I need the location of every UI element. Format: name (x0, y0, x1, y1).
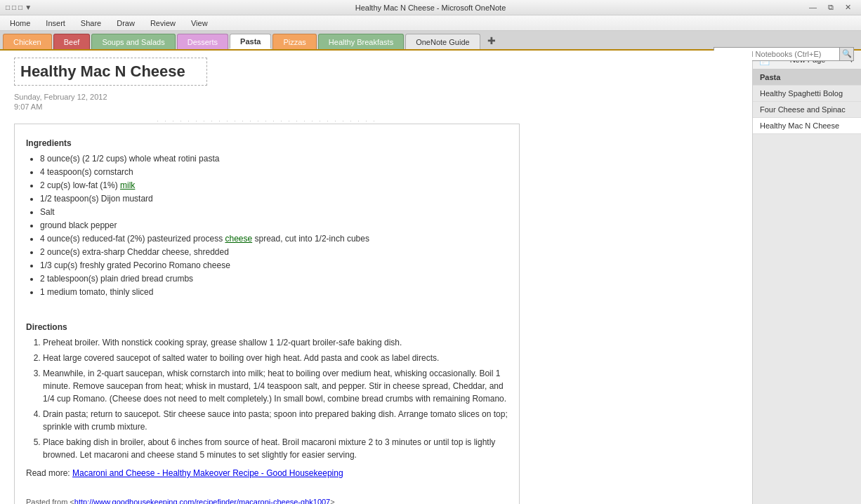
tab-beef[interactable]: Beef (53, 34, 91, 49)
direction-5: Place baking dish in broiler, about 6 in… (43, 436, 508, 461)
qat-icon-1[interactable]: □ (6, 4, 10, 11)
ingredient-6: ground black pepper (40, 219, 508, 232)
ingredient-5: Salt (40, 206, 508, 218)
directions-title: Directions (26, 321, 508, 333)
direction-4: Drain pasta; return to saucepot. Stir ch… (43, 408, 508, 433)
tab-pasta[interactable]: Pasta (230, 34, 271, 49)
note-resize-handle[interactable]: · · · · · · · · · · · · · · · · · · · · … (14, 118, 520, 124)
sidebar-page-healthy-spaghetti[interactable]: Healthy Spaghetti Bolog (753, 86, 861, 102)
sidebar-page-four-cheese[interactable]: Four Cheese and Spinac (753, 102, 861, 118)
ingredient-11: 1 medium tomato, thinly sliced (40, 286, 508, 298)
read-more-prefix: Read more: (26, 468, 72, 478)
ingredient-7: 4 ounce(s) reduced-fat (2%) pasteurized … (40, 232, 508, 245)
minimize-button[interactable]: — (805, 3, 821, 12)
tab-desserts[interactable]: Desserts (177, 34, 228, 49)
page-title: Healthy Mac N Cheese (20, 62, 185, 81)
tab-healthy-breakfasts[interactable]: Healthy Breakfasts (318, 34, 404, 49)
quick-access-toolbar: □ □ □ ▼ (6, 4, 32, 11)
qat-icon-2[interactable]: □ (12, 4, 16, 11)
pasted-from-link[interactable]: http://www.goodhousekeeping.com/recipefi… (74, 498, 330, 504)
ingredient-10: 2 tablespoon(s) plain dried bread crumbs (40, 272, 508, 285)
menu-insert[interactable]: Insert (39, 17, 72, 29)
ingredient-8: 2 ounce(s) extra-sharp Cheddar cheese, s… (40, 246, 508, 258)
read-more-link[interactable]: Macaroni and Cheese - Healthy Makeover R… (72, 468, 343, 478)
tab-soups-salads[interactable]: Soups and Salads (91, 34, 175, 49)
sidebar-section-pasta: Pasta (753, 69, 861, 86)
ingredient-4: 1/2 teaspoon(s) Dijon mustard (40, 192, 508, 205)
window-title: Healthy Mac N Cheese - Microsoft OneNote (355, 4, 506, 12)
direction-1: Preheat broiler. With nonstick cooking s… (43, 336, 508, 349)
main-layout: Healthy Mac N Cheese Sunday, February 12… (0, 51, 861, 504)
ingredient-3: 2 cup(s) low-fat (1%) milk (40, 179, 508, 192)
qat-icon-3[interactable]: □ (18, 4, 22, 11)
ingredient-2: 4 teaspoon(s) cornstarch (40, 166, 508, 178)
page-date: Sunday, February 12, 2012 (14, 93, 738, 101)
direction-2: Heat large covered saucepot of salted wa… (43, 352, 508, 364)
page-title-box: Healthy Mac N Cheese (14, 58, 207, 86)
tab-pizzas[interactable]: Pizzas (272, 34, 316, 49)
window-controls: — ⧉ ✕ (805, 3, 855, 12)
resize-dots: · · · · · · · · · · · · · · · · · · · · … (157, 117, 377, 124)
right-sidebar: 📄 New Page ▼ Pasta Healthy Spaghetti Bol… (752, 51, 861, 504)
ingredient-1: 8 ounce(s) (2 1/2 cups) whole wheat roti… (40, 152, 508, 165)
directions-list: Preheat broiler. With nonstick cooking s… (26, 336, 508, 461)
ingredient-9: 1/3 cup(s) freshly grated Pecorino Roman… (40, 259, 508, 272)
menu-view[interactable]: View (184, 17, 215, 29)
menu-home[interactable]: Home (3, 17, 37, 29)
menu-review[interactable]: Review (143, 17, 183, 29)
menu-share[interactable]: Share (74, 17, 108, 29)
sidebar-page-healthy-mac[interactable]: Healthy Mac N Cheese (753, 118, 861, 134)
ingredients-title: Ingredients (26, 137, 508, 150)
qat-dropdown[interactable]: ▼ (25, 4, 32, 11)
note-box: Ingredients 8 ounce(s) (2 1/2 cups) whol… (14, 124, 520, 504)
menu-draw[interactable]: Draw (110, 17, 142, 29)
tab-onenote-guide[interactable]: OneNote Guide (405, 34, 480, 49)
page-time: 9:07 AM (14, 102, 738, 111)
content-area: Healthy Mac N Cheese Sunday, February 12… (0, 51, 752, 504)
search-icon[interactable]: 🔍 (840, 47, 854, 61)
milk-link[interactable]: milk (120, 180, 135, 190)
read-more: Read more: Macaroni and Cheese - Healthy… (26, 467, 508, 479)
maximize-button[interactable]: ⧉ (824, 3, 838, 12)
ingredients-list: 8 ounce(s) (2 1/2 cups) whole wheat roti… (26, 152, 508, 298)
ribbon-menu: Home Insert Share Draw Review View 🔍 (0, 15, 861, 31)
close-button[interactable]: ✕ (841, 3, 855, 12)
title-bar-left: □ □ □ ▼ (6, 4, 32, 11)
tab-add-button[interactable]: ✚ (482, 32, 501, 49)
title-bar: □ □ □ ▼ Healthy Mac N Cheese - Microsoft… (0, 0, 861, 15)
cheese-link[interactable]: cheese (225, 234, 252, 244)
pasted-from: Pasted from <http://www.goodhousekeeping… (26, 496, 508, 504)
tab-chicken[interactable]: Chicken (3, 34, 52, 49)
direction-3: Meanwhile, in 2-quart saucepan, whisk co… (43, 367, 508, 405)
